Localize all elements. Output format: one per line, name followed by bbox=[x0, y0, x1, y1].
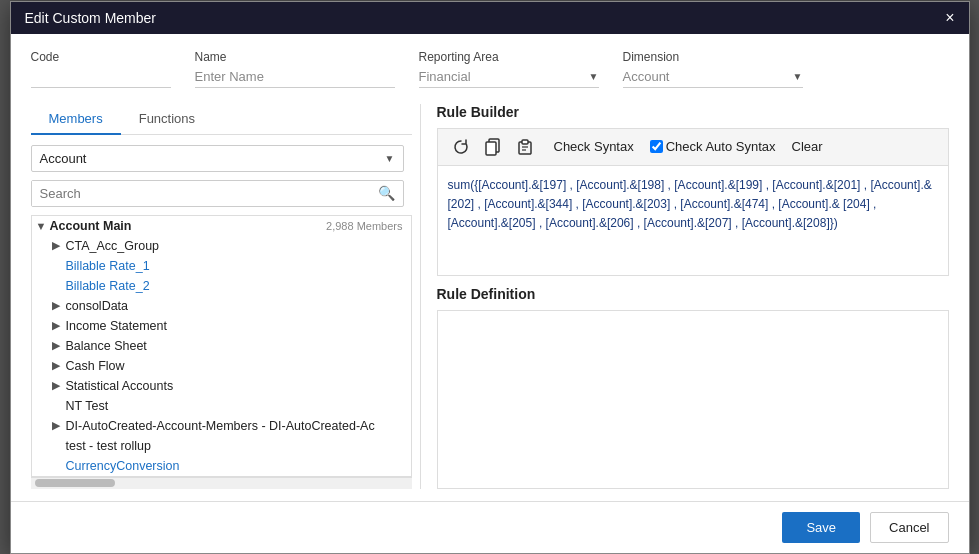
list-item[interactable]: Billable Rate_1 bbox=[32, 256, 411, 276]
content-area: Members Functions Account ▼ 🔍 bbox=[31, 104, 949, 489]
left-panel: Members Functions Account ▼ 🔍 bbox=[31, 104, 421, 489]
check-auto-syntax-checkbox[interactable] bbox=[650, 140, 663, 153]
check-auto-syntax-label[interactable]: Check Auto Syntax bbox=[650, 139, 776, 154]
list-item[interactable]: test - test rollup bbox=[32, 436, 411, 456]
tree-root-item[interactable]: ▼ Account Main 2,988 Members bbox=[32, 216, 411, 236]
name-label: Name bbox=[195, 50, 395, 64]
reporting-area-value: Financial bbox=[419, 69, 471, 84]
expand-icon: ▶ bbox=[52, 359, 66, 372]
tree-item-label: Balance Sheet bbox=[66, 339, 147, 353]
list-item[interactable]: ▶consolData bbox=[32, 296, 411, 316]
tabs: Members Functions bbox=[31, 104, 412, 135]
dimension-dropdown[interactable]: Account ▼ bbox=[623, 66, 803, 88]
check-syntax-button[interactable]: Check Syntax bbox=[544, 136, 644, 157]
horizontal-scrollbar[interactable] bbox=[31, 477, 412, 489]
tree-item-label: CurrencyConversion bbox=[66, 459, 180, 473]
expand-icon: ▶ bbox=[52, 299, 66, 312]
dimension-field: Dimension Account ▼ bbox=[623, 50, 803, 88]
dimension-label: Dimension bbox=[623, 50, 803, 64]
tree-root-label: Account Main bbox=[50, 219, 132, 233]
tree-item-label: consolData bbox=[66, 299, 129, 313]
rule-builder-content: sum({[Account].&[197] , [Account].&[198]… bbox=[437, 166, 949, 276]
cancel-button[interactable]: Cancel bbox=[870, 512, 948, 543]
tree-item-label: Cash Flow bbox=[66, 359, 125, 373]
dimension-select-dropdown[interactable]: Account ▼ bbox=[31, 145, 404, 172]
tree-item-label: test - test rollup bbox=[66, 439, 151, 453]
tree-item-label: NT Test bbox=[66, 399, 109, 413]
close-button[interactable]: × bbox=[945, 10, 954, 26]
copy-button[interactable] bbox=[480, 134, 506, 160]
dimension-select-value: Account bbox=[40, 151, 87, 166]
save-button[interactable]: Save bbox=[782, 512, 860, 543]
expand-icon: ▶ bbox=[52, 379, 66, 392]
tree-items-container: ▶CTA_Acc_GroupBillable Rate_1Billable Ra… bbox=[32, 236, 411, 476]
dialog-footer: Save Cancel bbox=[11, 501, 969, 553]
list-item[interactable]: ▶Balance Sheet bbox=[32, 336, 411, 356]
check-auto-syntax-text: Check Auto Syntax bbox=[666, 139, 776, 154]
search-button[interactable]: 🔍 bbox=[370, 181, 403, 205]
collapse-icon: ▼ bbox=[36, 220, 50, 232]
tree-root-badge: 2,988 Members bbox=[326, 220, 406, 232]
code-field: Code Sum bbox=[31, 50, 171, 88]
reporting-area-label: Reporting Area bbox=[419, 50, 599, 64]
svg-rect-1 bbox=[486, 142, 496, 155]
scrollbar-thumb[interactable] bbox=[35, 479, 115, 487]
code-input[interactable]: Sum bbox=[31, 66, 171, 88]
reporting-area-field: Reporting Area Financial ▼ bbox=[419, 50, 599, 88]
name-field: Name bbox=[195, 50, 395, 88]
tree-item-label: CTA_Acc_Group bbox=[66, 239, 160, 253]
list-item[interactable]: Billable Rate_2 bbox=[32, 276, 411, 296]
code-label: Code bbox=[31, 50, 171, 64]
tab-functions[interactable]: Functions bbox=[121, 104, 213, 135]
paste-button[interactable] bbox=[512, 134, 538, 160]
dialog-body: Code Sum Name Reporting Area Financial ▼… bbox=[11, 34, 969, 501]
right-panel: Rule Builder Check Syntax C bbox=[421, 104, 949, 489]
tab-members[interactable]: Members bbox=[31, 104, 121, 135]
form-row: Code Sum Name Reporting Area Financial ▼… bbox=[31, 50, 949, 88]
list-item[interactable]: ▶Income Statement bbox=[32, 316, 411, 336]
edit-custom-member-dialog: Edit Custom Member × Code Sum Name Repor… bbox=[10, 1, 970, 554]
tree-item-label: Billable Rate_2 bbox=[66, 279, 150, 293]
rule-definition-section: Rule Definition bbox=[437, 286, 949, 489]
list-item[interactable]: NT Test bbox=[32, 396, 411, 416]
tree-item-label: Billable Rate_1 bbox=[66, 259, 150, 273]
chevron-down-icon: ▼ bbox=[385, 153, 395, 164]
dimension-value: Account bbox=[623, 69, 670, 84]
list-item[interactable]: CurrencyConversion bbox=[32, 456, 411, 476]
list-item[interactable]: ▶CTA_Acc_Group bbox=[32, 236, 411, 256]
dialog-title-bar: Edit Custom Member × bbox=[11, 2, 969, 34]
clear-button[interactable]: Clear bbox=[782, 136, 833, 157]
tree-item-label: Income Statement bbox=[66, 319, 167, 333]
refresh-button[interactable] bbox=[448, 134, 474, 160]
chevron-down-icon: ▼ bbox=[793, 71, 803, 82]
list-item[interactable]: ▶DI-AutoCreated-Account-Members - DI-Aut… bbox=[32, 416, 411, 436]
rule-builder-toolbar: Check Syntax Check Auto Syntax Clear bbox=[437, 128, 949, 166]
expand-icon: ▶ bbox=[52, 419, 66, 432]
tree-container[interactable]: ▼ Account Main 2,988 Members ▶CTA_Acc_Gr… bbox=[31, 215, 412, 477]
expand-icon: ▶ bbox=[52, 239, 66, 252]
rule-builder-title: Rule Builder bbox=[437, 104, 949, 120]
dialog-title: Edit Custom Member bbox=[25, 10, 156, 26]
rule-definition-content[interactable] bbox=[437, 310, 949, 489]
svg-rect-3 bbox=[522, 140, 528, 144]
list-item[interactable]: ▶Statistical Accounts bbox=[32, 376, 411, 396]
tree-item-label: DI-AutoCreated-Account-Members - DI-Auto… bbox=[66, 419, 375, 433]
list-item[interactable]: ▶Cash Flow bbox=[32, 356, 411, 376]
search-row: 🔍 bbox=[31, 180, 404, 207]
search-input[interactable] bbox=[32, 181, 370, 206]
expand-icon: ▶ bbox=[52, 339, 66, 352]
name-input[interactable] bbox=[195, 66, 395, 88]
reporting-area-dropdown[interactable]: Financial ▼ bbox=[419, 66, 599, 88]
tree-item-label: Statistical Accounts bbox=[66, 379, 174, 393]
rule-definition-title: Rule Definition bbox=[437, 286, 949, 302]
expand-icon: ▶ bbox=[52, 319, 66, 332]
chevron-down-icon: ▼ bbox=[589, 71, 599, 82]
rule-builder-text: sum({[Account].&[197] , [Account].&[198]… bbox=[448, 178, 932, 230]
